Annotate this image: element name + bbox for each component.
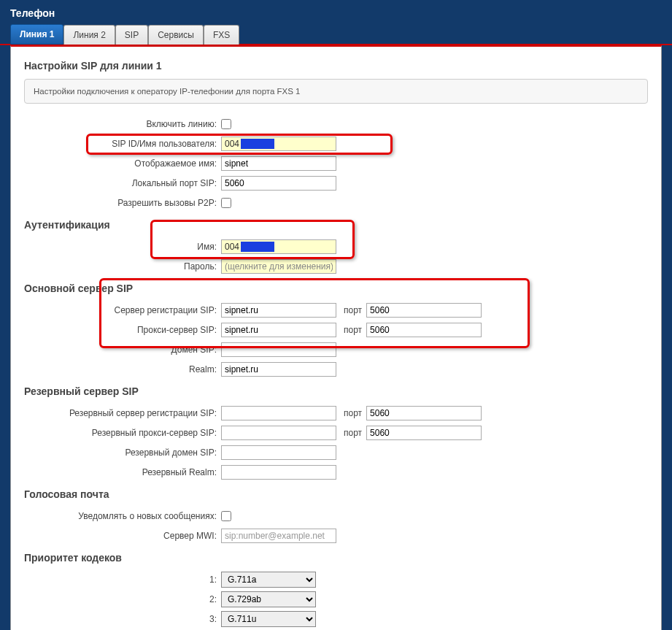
local-port-input[interactable] bbox=[221, 176, 336, 191]
codec-2-label: 2: bbox=[24, 594, 221, 604]
backup-proxy-port-input[interactable] bbox=[366, 426, 482, 440]
voicemail-notify-checkbox[interactable] bbox=[221, 511, 231, 521]
sip-id-input[interactable]: 004 XXXXX 2 bbox=[221, 137, 336, 151]
section-title-backup-server: Резервный сервер SIP bbox=[24, 385, 648, 397]
tab-fxs[interactable]: FXS bbox=[204, 25, 239, 45]
tab-bar: Линия 1 Линия 2 SIP Сервисы FXS bbox=[0, 23, 672, 45]
display-name-label: Отображаемое имя: bbox=[24, 158, 221, 169]
primary-proxy-label: Прокси-сервер SIP: bbox=[24, 325, 221, 335]
primary-reg-port-label: порт bbox=[344, 305, 362, 315]
codec-1-label: 1: bbox=[24, 575, 221, 585]
backup-reg-server-input[interactable] bbox=[221, 406, 336, 420]
display-name-input[interactable] bbox=[221, 156, 336, 171]
redaction-block bbox=[241, 139, 274, 149]
backup-domain-label: Резервный домен SIP: bbox=[24, 447, 221, 458]
primary-domain-label: Домен SIP: bbox=[24, 345, 221, 355]
redaction-block bbox=[241, 242, 274, 252]
auth-name-label: Имя: bbox=[24, 242, 221, 252]
codec-3-select[interactable]: G.711u bbox=[221, 611, 316, 627]
primary-proxy-port-label: порт bbox=[344, 325, 362, 335]
allow-p2p-label: Разрешить вызовы P2P: bbox=[24, 198, 221, 208]
section-title-auth: Аутентификация bbox=[24, 219, 648, 231]
primary-domain-input[interactable] bbox=[221, 342, 336, 357]
codec-2-select[interactable]: G.729ab bbox=[221, 591, 316, 607]
info-box: Настройки подключения к оператору IP-тел… bbox=[24, 79, 648, 104]
sip-id-label: SIP ID/Имя пользователя: bbox=[24, 139, 221, 149]
backup-domain-input[interactable] bbox=[221, 445, 336, 460]
section-title-primary-server: Основной сервер SIP bbox=[24, 283, 648, 294]
tab-line-1[interactable]: Линия 1 bbox=[10, 24, 63, 45]
backup-proxy-port-label: порт bbox=[344, 428, 362, 438]
tab-services[interactable]: Сервисы bbox=[148, 25, 204, 45]
backup-proxy-input[interactable] bbox=[221, 426, 336, 440]
backup-proxy-label: Резервный прокси-сервер SIP: bbox=[24, 428, 221, 438]
mwi-server-label: Сервер MWI: bbox=[24, 531, 221, 541]
settings-panel: Настройки SIP для линии 1 Настройки подк… bbox=[10, 45, 662, 630]
primary-reg-server-label: Сервер регистрации SIP: bbox=[24, 305, 221, 315]
tab-line-2[interactable]: Линия 2 bbox=[63, 25, 115, 45]
backup-realm-input[interactable] bbox=[221, 465, 336, 480]
primary-proxy-input[interactable] bbox=[221, 323, 336, 337]
voicemail-notify-label: Уведомлять о новых сообщениях: bbox=[24, 511, 221, 521]
primary-reg-port-input[interactable] bbox=[366, 303, 482, 318]
sip-id-prefix: 004 bbox=[225, 139, 239, 149]
auth-name-input[interactable]: 004 XXXXX 2 bbox=[221, 239, 336, 254]
enable-line-checkbox[interactable] bbox=[221, 119, 231, 129]
auth-password-label: Пароль: bbox=[24, 261, 221, 272]
primary-realm-label: Realm: bbox=[24, 364, 221, 374]
auth-password-input[interactable] bbox=[221, 259, 336, 274]
codec-1-select[interactable]: G.711a bbox=[221, 572, 316, 588]
section-title-sip-settings: Настройки SIP для линии 1 bbox=[24, 60, 648, 72]
mwi-server-input[interactable] bbox=[221, 529, 336, 543]
auth-name-prefix: 004 bbox=[225, 242, 239, 252]
allow-p2p-checkbox[interactable] bbox=[221, 198, 231, 208]
section-title-voicemail: Голосовая почта bbox=[24, 488, 648, 500]
backup-reg-port-input[interactable] bbox=[366, 406, 482, 420]
enable-line-label: Включить линию: bbox=[24, 119, 221, 129]
primary-reg-server-input[interactable] bbox=[221, 303, 336, 318]
page-title: Телефон bbox=[0, 0, 672, 23]
local-port-label: Локальный порт SIP: bbox=[24, 178, 221, 188]
primary-proxy-port-input[interactable] bbox=[366, 323, 482, 337]
backup-realm-label: Резервный Realm: bbox=[24, 467, 221, 477]
backup-reg-server-label: Резервный сервер регистрации SIP: bbox=[24, 408, 221, 418]
tab-sip[interactable]: SIP bbox=[115, 25, 148, 45]
codec-3-label: 3: bbox=[24, 614, 221, 624]
backup-reg-port-label: порт bbox=[344, 408, 362, 418]
section-title-codec: Приоритет кодеков bbox=[24, 552, 648, 564]
primary-realm-input[interactable] bbox=[221, 362, 336, 377]
